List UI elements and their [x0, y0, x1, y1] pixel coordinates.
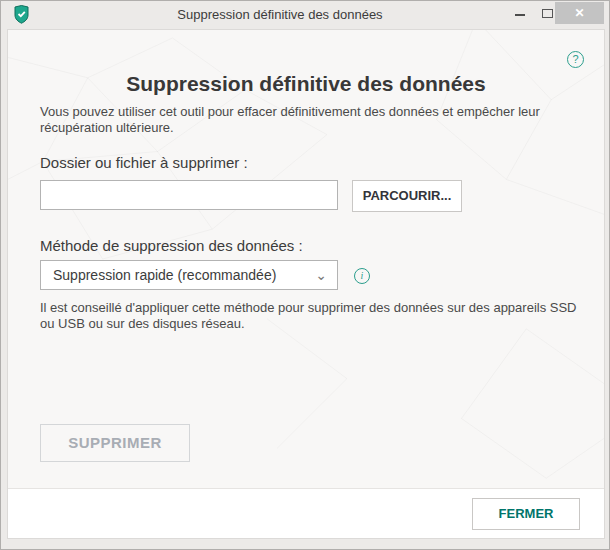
file-path-input[interactable] [40, 180, 338, 210]
page-description: Vous pouvez utiliser cet outil pour effa… [40, 104, 580, 136]
footer-bar: FERMER [8, 488, 604, 538]
browse-button[interactable]: PARCOURIR... [352, 180, 462, 212]
method-field-label: Méthode de suppression des données : [40, 237, 303, 254]
delete-button[interactable]: SUPPRIMER [40, 424, 190, 462]
fermer-button[interactable]: FERMER [472, 498, 580, 530]
minimize-button[interactable] [507, 1, 533, 25]
window-title: Suppression définitive des données [61, 1, 499, 29]
method-selected-value: Suppression rapide (recommandée) [53, 261, 309, 289]
main-panel: ? Suppression définitive des données Vou… [7, 29, 605, 539]
method-select[interactable]: Suppression rapide (recommandée) ⌄ [40, 260, 338, 290]
help-icon[interactable]: ? [567, 51, 584, 68]
info-icon[interactable]: i [354, 268, 370, 284]
chevron-down-icon: ⌄ [314, 265, 328, 285]
shredder-window: Suppression définitive des données ✕ ? S… [0, 0, 610, 550]
titlebar: Suppression définitive des données ✕ [1, 1, 609, 29]
close-button[interactable]: ✕ [555, 2, 604, 24]
minimize-icon [515, 14, 525, 16]
maximize-icon [542, 9, 553, 18]
page-title: Suppression définitive des données [8, 72, 604, 96]
method-note-text: Il est conseillé d'appliquer cette métho… [40, 300, 580, 332]
kaspersky-shield-icon [14, 5, 29, 24]
file-field-label: Dossier ou fichier à supprimer : [40, 154, 248, 171]
